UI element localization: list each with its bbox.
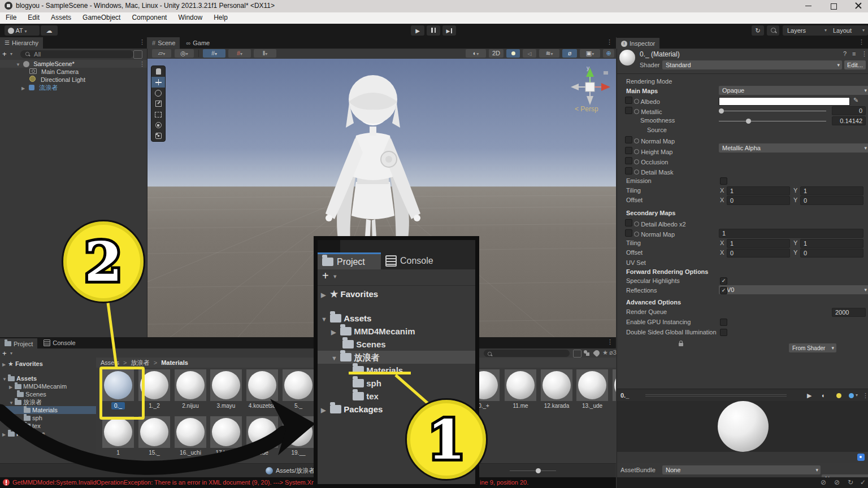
search-window-icon[interactable] [573,350,581,358]
detail-albedo-checkbox[interactable] [625,219,632,226]
preview-light-icon[interactable] [836,393,841,398]
gizmos-dropdown[interactable]: ⊕ [603,49,614,58]
auto-refresh-icon[interactable]: ↻ [848,478,853,486]
tab-project[interactable]: Project [0,338,37,350]
popup-tab-project[interactable]: Project [318,252,381,269]
assetbundle-dropdown[interactable]: None▾ [662,465,821,474]
tree-favorites[interactable]: ▶★ Favorites [0,360,96,368]
scene-row[interactable]: ▼ SampleScene* ⋮ [0,60,147,68]
transform-tool[interactable] [151,120,165,130]
asset-item-13[interactable]: 13._ude [575,369,610,409]
texture-slot-icon[interactable] [634,99,639,104]
texture-slot-icon[interactable] [634,149,639,154]
lock-icon[interactable] [679,343,683,346]
preview-sphere-icon[interactable]: ◐ [822,389,826,402]
popup-materials[interactable]: Materials [318,364,475,377]
undo-history-button[interactable]: ↻ [752,25,764,36]
kebab-menu-icon[interactable]: ⋮ [139,38,145,46]
shader-dropdown[interactable]: Standard▾ [662,60,842,69]
expand-arrow-icon[interactable]: ▶ [321,289,330,302]
hierarchy-item-prefab[interactable]: ▶ 流浪者 [0,84,147,91]
tiling-y-field[interactable]: 1 [800,186,863,195]
asset-item-11[interactable]: 11.me [503,369,538,409]
hierarchy-search-input[interactable]: All [20,50,133,58]
secondary-offset-x-field[interactable]: 0 [727,249,790,258]
asset-item-12[interactable]: 12.karada [539,369,574,409]
status-check-icon[interactable]: ✓ [860,478,866,486]
step-button[interactable]: ▶ [442,25,456,36]
grid-visibility-dropdown[interactable]: #▾ [203,49,225,58]
emission-checkbox[interactable] [720,177,727,185]
detail-mask-checkbox[interactable] [625,167,632,175]
popup-scenes[interactable]: Scenes [318,338,475,351]
texture-slot-icon[interactable] [634,138,639,143]
chevron-down-icon[interactable]: ▾ [10,51,12,56]
collapse-arrow-icon[interactable]: ▼ [331,352,340,365]
gpu-instancing-checkbox[interactable] [720,319,727,326]
kebab-menu-icon[interactable]: ⋮ [858,38,865,46]
tree-assets[interactable]: ▼ Assets [0,374,96,382]
2d-toggle[interactable]: 2D [489,49,504,58]
specular-checkbox[interactable]: ✓ [720,277,727,285]
chevron-down-icon[interactable]: ▾ [856,389,858,402]
popup-tab-console[interactable]: Console [385,252,465,269]
tab-scene[interactable]: #Scene [147,37,180,49]
metallic-slider[interactable] [719,111,826,111]
search-button[interactable] [767,25,779,36]
snap-dropdown[interactable]: #▾ [228,49,251,58]
secondary-offset-y-field[interactable]: 0 [800,249,863,258]
albedo-color-swatch[interactable] [719,97,850,106]
tab-console[interactable]: Console [39,337,80,348]
popup-assets[interactable]: ▼ Assets [318,312,475,325]
render-queue-value-field[interactable]: 2000 [832,308,866,317]
filter-type-icon[interactable] [584,350,589,356]
asset-item-partial[interactable] [611,369,616,401]
notifications-muted-icon[interactable]: ⊘ [821,478,826,486]
audio-mute-toggle[interactable]: ◁ [523,49,536,58]
scene-visibility-toggle[interactable]: ø [562,49,577,58]
play-button[interactable]: ▶ [411,25,424,36]
smoothness-slider[interactable] [719,121,826,121]
metallic-value-field[interactable]: 0 [832,106,866,115]
rendering-mode-dropdown[interactable]: Opaque▾ [719,86,868,95]
tab-hierarchy[interactable]: ☰Hierarchy [0,37,43,49]
eyedropper-icon[interactable]: ✎ [853,97,858,104]
double-sided-gi-checkbox[interactable] [720,329,727,336]
hand-tool[interactable] [151,66,165,77]
kebab-menu-icon[interactable]: ⋮ [861,50,867,58]
texture-slot-icon[interactable] [634,169,639,175]
asset-label-icon[interactable] [857,454,865,461]
crumb-materials[interactable]: Materials [161,359,188,366]
metallic-checkbox[interactable] [625,107,632,114]
hierarchy-item-main-camera[interactable]: Main Camera [0,68,147,76]
albedo-checkbox[interactable] [625,97,632,104]
source-dropdown[interactable]: Metallic Alpha▾ [719,143,868,152]
secondary-tiling-y-field[interactable]: 1 [800,239,863,248]
search-window-icon[interactable] [133,50,142,59]
pivot-dropdown[interactable]: ◎▾ [175,49,194,58]
expand-arrow-icon[interactable]: ▶ [21,85,27,93]
cache-disabled-icon[interactable]: ⊘ [834,478,840,486]
uv-set-dropdown[interactable]: UV0▾ [719,285,868,294]
effects-dropdown[interactable]: ≋▾ [539,49,559,58]
menu-window[interactable]: Window [172,12,208,23]
chevron-down-icon[interactable]: ▾ [333,273,337,280]
menu-assets[interactable]: Assets [45,12,77,23]
presets-icon[interactable]: ≡ [852,50,856,57]
cloud-collab-button[interactable]: ☁ [41,25,58,36]
reflections-checkbox[interactable]: ✓ [720,287,727,294]
kebab-menu-icon[interactable]: ⋮ [139,60,145,68]
close-button[interactable] [855,2,862,9]
create-asset-button[interactable]: + [322,269,329,282]
secondary-normal-checkbox[interactable] [625,229,632,237]
ruler-dropdown[interactable]: ‖▾ [254,49,276,58]
preview-header[interactable]: 0._ ▶ ◐ ▾ ⋮ [617,389,868,402]
shading-mode-dropdown[interactable]: ◐▾ [466,49,486,58]
hierarchy-item-directional-light[interactable]: Directional Light [0,76,147,84]
texture-slot-icon[interactable] [634,232,639,237]
lighting-toggle[interactable] [506,49,520,58]
tiling-x-field[interactable]: 1 [727,186,790,195]
help-icon[interactable]: ? [843,50,847,57]
height-map-checkbox[interactable] [625,147,632,154]
texture-slot-icon[interactable] [634,221,639,226]
